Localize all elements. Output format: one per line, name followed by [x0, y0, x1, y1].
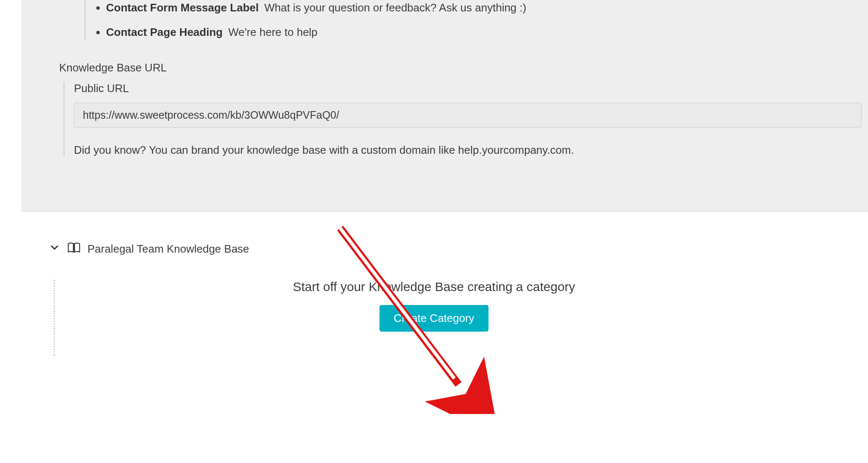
chevron-down-icon[interactable]	[49, 242, 60, 256]
setting-label: Contact Form Message Label	[106, 1, 259, 14]
settings-panel: Contact Form Message Label What is your …	[21, 0, 868, 212]
url-hint: Did you know? You can brand your knowled…	[74, 144, 862, 157]
kb-title: Paralegal Team Knowledge Base	[87, 242, 249, 256]
start-text: Start off your Knowledge Base creating a…	[0, 280, 868, 294]
setting-value: We're here to help	[228, 26, 317, 38]
kb-url-heading: Knowledge Base URL	[59, 61, 868, 74]
setting-value: What is your question or feedback? Ask u…	[264, 1, 526, 14]
list-item: Contact Form Message Label What is your …	[106, 0, 868, 15]
kb-panel: Paralegal Team Knowledge Base Start off …	[0, 212, 868, 332]
list-item: Contact Page Heading We're here to help	[106, 25, 868, 40]
start-section: Start off your Knowledge Base creating a…	[0, 280, 868, 332]
url-block: Public URL Did you know? You can brand y…	[63, 82, 862, 157]
public-url-label: Public URL	[74, 82, 862, 95]
public-url-input[interactable]	[74, 103, 862, 128]
setting-label: Contact Page Heading	[106, 26, 223, 38]
kb-title-row[interactable]: Paralegal Team Knowledge Base	[49, 242, 868, 256]
settings-bullets: Contact Form Message Label What is your …	[85, 0, 868, 40]
tree-connector	[54, 280, 55, 356]
book-icon	[67, 242, 81, 256]
create-category-button[interactable]: Create Category	[379, 305, 489, 332]
